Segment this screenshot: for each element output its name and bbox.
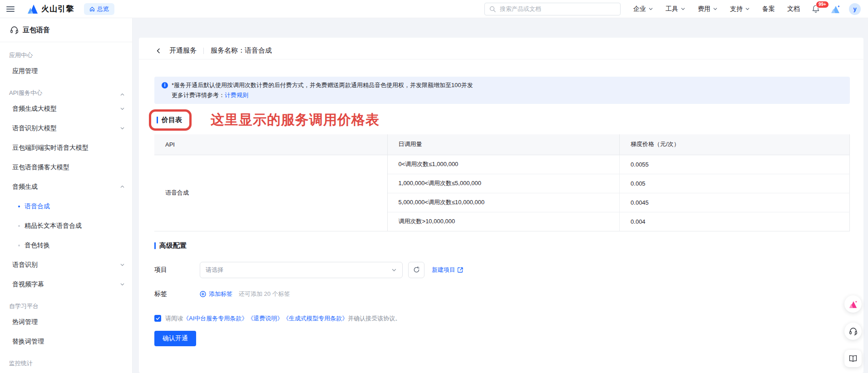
sidebar-title: 豆包语音: [23, 26, 50, 34]
sidebar-item-audio-gen-llm[interactable]: 音频生成大模型: [0, 99, 132, 118]
content-card: 开通服务 服务名称：语音合成 i *服务开通后默认使用按调用次数计费的后付费方式…: [139, 38, 863, 373]
project-select-placeholder: 请选择: [206, 266, 223, 274]
ai-mountain-pink-icon: [848, 300, 858, 309]
customer-service-float-button[interactable]: [844, 323, 862, 340]
project-row: 项目 请选择 新建项目: [154, 262, 850, 278]
search-box[interactable]: [484, 3, 621, 15]
sidebar-item-asr[interactable]: 语音识别: [0, 255, 132, 275]
ai-assistant-button[interactable]: [830, 5, 841, 14]
sidebar-item-av-subtitle[interactable]: 音视频字幕: [0, 275, 132, 294]
agreement-links: 《AI中台服务专用条款》《退费说明》《生成式模型专用条款》: [183, 314, 348, 323]
brand-logo[interactable]: 火山引擎: [27, 4, 74, 14]
agreement-link-1[interactable]: 《退费说明》: [247, 315, 283, 322]
annotation-note: 这里显示的服务调用价格表: [211, 111, 380, 129]
chevron-down-icon: [745, 6, 750, 11]
notifications-button[interactable]: 99+: [812, 5, 821, 14]
chevron-down-icon: [391, 267, 397, 273]
sidebar-item-tts[interactable]: 语音合成: [0, 196, 132, 216]
tag-row: 标签 添加标签 还可添加 20 个标签: [154, 290, 850, 298]
price-table: API 日调用量 梯度价格（元/次） 语音合成0<调用次数≤1,000,0000…: [154, 134, 850, 231]
info-banner: i *服务开通后默认使用按调用次数计费的后付费方式，并免费赠送两款通用精品音色使…: [154, 77, 850, 104]
overview-button[interactable]: 总览: [84, 3, 114, 15]
advanced-config-title-text: 高级配置: [159, 241, 187, 250]
chevron-down-icon: [681, 6, 686, 11]
refresh-button[interactable]: [408, 262, 424, 278]
nav-docs[interactable]: 文档: [787, 5, 800, 13]
page-layout: 豆包语音 应用中心应用管理API服务中心音频生成大模型语音识别大模型豆包端到端实…: [0, 18, 868, 373]
tag-label: 标签: [154, 290, 200, 298]
nav-tools[interactable]: 工具: [666, 5, 686, 13]
sidebar-item-e2e-realtime-voice[interactable]: 豆包端到端实时语音大模型: [0, 138, 132, 157]
chevron-down-icon: [713, 6, 718, 11]
main-area: 开通服务 服务名称：语音合成 i *服务开通后默认使用按调用次数计费的后付费方式…: [133, 18, 868, 373]
nav-icp[interactable]: 备案: [762, 5, 775, 13]
agreement-checkbox[interactable]: [154, 315, 161, 322]
agreement-link-0[interactable]: 《AI中台服务专用条款》: [183, 315, 247, 322]
billing-rules-link[interactable]: 计费规则: [225, 92, 248, 98]
title-accent-bar: [157, 117, 158, 123]
agreement-suffix: 并确认接受该协议。: [348, 314, 401, 323]
nav-billing-label: 费用: [698, 5, 710, 13]
tier-cell: 调用次数>10,000,000: [387, 212, 620, 231]
sidebar-item-premium-long-text-tts[interactable]: 精品长文本语音合成: [0, 216, 132, 236]
new-project-link[interactable]: 新建项目: [432, 266, 463, 274]
price-cell: 0.005: [620, 174, 850, 193]
sidebar-item-asr-llm[interactable]: 语音识别大模型: [0, 118, 132, 138]
sidebar-menu: 应用中心应用管理API服务中心音频生成大模型语音识别大模型豆包端到端实时语音大模…: [0, 42, 132, 369]
price-cell: 0.004: [620, 212, 850, 231]
nav-enterprise[interactable]: 企业: [633, 5, 653, 13]
chevron-down-icon: [120, 282, 125, 287]
sidebar-item-app-management[interactable]: 应用管理: [0, 61, 132, 81]
hamburger-menu-icon[interactable]: [6, 6, 15, 12]
tag-hint: 还可添加 20 个标签: [239, 290, 290, 298]
breadcrumb-title: 开通服务: [169, 46, 197, 55]
check-icon: [155, 316, 160, 321]
volcano-logo-icon: [27, 5, 38, 14]
nav-enterprise-label: 企业: [633, 5, 646, 13]
nav-support-label: 支持: [730, 5, 743, 13]
docs-float-button[interactable]: [844, 350, 862, 367]
ai-helper-float-button[interactable]: [844, 295, 862, 313]
price-section-header: 价目表 这里显示的服务调用价格表: [154, 109, 850, 131]
sidebar-item-audio-generation[interactable]: 音频生成: [0, 177, 132, 196]
sidebar-item-hot-words[interactable]: 热词管理: [0, 312, 132, 332]
tier-cell: 1,000,000<调用次数≤5,000,000: [387, 174, 620, 193]
price-list-title-text: 价目表: [162, 116, 182, 124]
notification-badge: 99+: [816, 1, 829, 8]
user-avatar[interactable]: y: [849, 3, 861, 15]
floating-toolbar: [844, 295, 862, 367]
refresh-icon: [413, 266, 420, 273]
chevron-down-icon: [648, 6, 653, 11]
chevron-up-icon: [120, 92, 125, 97]
back-chevron-icon: [155, 48, 162, 54]
breadcrumb: 开通服务 服务名称：语音合成: [139, 42, 863, 59]
price-table-row: 语音合成0<调用次数≤1,000,0000.0055: [154, 155, 850, 174]
add-circle-icon: [200, 291, 206, 297]
agreement-row: 请阅读 《AI中台服务专用条款》《退费说明》《生成式模型专用条款》 并确认接受该…: [154, 314, 850, 323]
price-cell: 0.0055: [620, 155, 850, 174]
add-tag-button[interactable]: 添加标签: [200, 290, 232, 298]
sidebar: 豆包语音 应用中心应用管理API服务中心音频生成大模型语音识别大模型豆包端到端实…: [0, 18, 133, 373]
bullet-dot: [18, 206, 20, 207]
confirm-activate-button[interactable]: 确认开通: [154, 331, 196, 346]
breadcrumb-divider: [203, 48, 204, 54]
agreement-link-2[interactable]: 《生成式模型专用条款》: [283, 315, 348, 322]
sidebar-item-voice-conversion[interactable]: 音色转换: [0, 236, 132, 255]
nav-billing[interactable]: 费用: [698, 5, 718, 13]
bullet-dot: [18, 245, 20, 246]
search-input[interactable]: [499, 5, 616, 13]
back-button[interactable]: [154, 47, 163, 55]
new-project-label: 新建项目: [432, 266, 455, 274]
annotation-highlight-box: 价目表: [149, 109, 192, 131]
sidebar-item-app-center: 应用中心: [0, 43, 132, 61]
service-name: 服务名称：语音合成: [211, 46, 272, 55]
sidebar-item-api-service-center: API服务中心: [0, 81, 132, 99]
banner-text: *服务开通后默认使用按调用次数计费的后付费方式，并免费赠送两款通用精品音色使用权…: [172, 81, 473, 90]
project-select[interactable]: 请选择: [200, 262, 403, 278]
nav-support[interactable]: 支持: [730, 5, 750, 13]
chevron-up-icon: [120, 184, 125, 189]
sidebar-item-replace-words[interactable]: 替换词管理: [0, 332, 132, 351]
price-table-header-row: API 日调用量 梯度价格（元/次）: [154, 134, 850, 155]
sidebar-item-voice-podcast[interactable]: 豆包语音播客大模型: [0, 157, 132, 177]
brand-name: 火山引擎: [41, 4, 74, 14]
